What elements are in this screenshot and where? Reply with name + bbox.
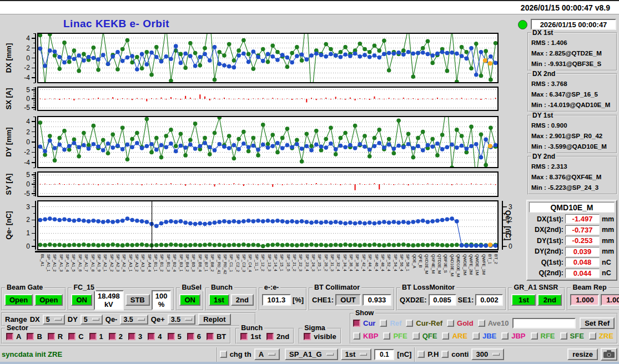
ee-ratio-label: e-:e- bbox=[263, 284, 280, 291]
svg-text:3: 3 bbox=[509, 203, 512, 211]
camera-icon bbox=[603, 350, 615, 358]
svg-text:SP_A1_8: SP_A1_8 bbox=[90, 254, 95, 272]
svg-text:SP_A1_2: SP_A1_2 bbox=[52, 254, 57, 272]
range-dy-label: DY bbox=[68, 315, 78, 323]
chg-th-value: A bbox=[259, 350, 264, 358]
checkbox-rfe[interactable]: RFE bbox=[531, 332, 555, 340]
svg-text:SP_14_4: SP_14_4 bbox=[273, 254, 278, 271]
checkbox-label: R bbox=[58, 332, 63, 341]
svg-text:SP_B3_1: SP_B3_1 bbox=[179, 254, 184, 272]
checkbox-bt[interactable]: BT bbox=[207, 332, 226, 341]
threshold-unit: [nC] bbox=[397, 350, 411, 358]
points-select[interactable]: 300 bbox=[471, 348, 504, 360]
checkbox-4[interactable]: 4 bbox=[148, 332, 162, 341]
svg-text:QWFE_1M: QWFE_1M bbox=[481, 254, 486, 275]
screenshot-button[interactable] bbox=[601, 348, 617, 361]
checkbox-1[interactable]: 1 bbox=[89, 332, 103, 341]
bunch-1st-button[interactable]: 1st bbox=[209, 294, 229, 306]
resize-button[interactable]: resize bbox=[567, 348, 598, 360]
svg-text:SP_31_3: SP_31_3 bbox=[330, 254, 335, 271]
checkbox-1st[interactable]: 1st bbox=[240, 332, 261, 341]
checkbox-r[interactable]: R bbox=[48, 332, 63, 341]
checkbox-zre[interactable]: ZRE bbox=[589, 332, 613, 340]
svg-text:SP_A1_6: SP_A1_6 bbox=[78, 254, 83, 272]
monitor-row-label: Q(1st): bbox=[529, 259, 563, 266]
threshold-input[interactable]: 0.1 bbox=[374, 349, 394, 360]
checkbox-6[interactable]: 6 bbox=[187, 332, 201, 341]
checkbox-ref[interactable]: Ref bbox=[380, 319, 401, 327]
checkbox-label: 1st bbox=[250, 332, 261, 341]
chg-th-select[interactable]: A bbox=[254, 348, 280, 360]
checkbox-a[interactable]: A bbox=[6, 332, 21, 341]
checkbox-ave10[interactable]: Ave10 bbox=[478, 319, 509, 327]
svg-text:SP_B1_2: SP_B1_2 bbox=[159, 254, 164, 272]
status-message: syncdata init ZRE bbox=[2, 350, 217, 358]
checkbox-cur-ref[interactable]: Cur-Ref bbox=[406, 319, 442, 327]
beam-rep-value-1: 1.000 bbox=[570, 294, 599, 306]
checkbox-cur[interactable]: Cur bbox=[353, 319, 375, 327]
gr-a1-1st-button[interactable]: 1st bbox=[511, 294, 536, 306]
svg-text:1: 1 bbox=[26, 229, 30, 237]
svg-text:SP_23_4: SP_23_4 bbox=[305, 254, 310, 271]
sx-y-axis-label: SX [A] bbox=[4, 88, 13, 110]
conti-checkbox[interactable]: conti bbox=[441, 350, 469, 358]
svg-text:-4: -4 bbox=[24, 74, 30, 82]
qxd2e-value: 0.085 bbox=[429, 294, 456, 306]
show-row1-checkboxes: CurRefCur-RefGoldAve10 bbox=[353, 319, 509, 327]
sp-select[interactable]: SP_A1_G bbox=[285, 348, 338, 360]
fc15-stb-button[interactable]: STB bbox=[125, 294, 150, 306]
checkbox-sfe[interactable]: SFE bbox=[560, 332, 584, 340]
range-dy-select[interactable]: 5 bbox=[80, 315, 103, 325]
checkbox-5[interactable]: 5 bbox=[168, 332, 182, 341]
busel-on-button[interactable]: ON bbox=[179, 294, 200, 306]
beam-gate-open-button-2[interactable]: Open bbox=[34, 294, 63, 306]
checkbox-gold[interactable]: Gold bbox=[447, 319, 474, 327]
checkbox-c[interactable]: C bbox=[68, 332, 83, 341]
checkbox-b[interactable]: B bbox=[27, 332, 42, 341]
svg-text:2: 2 bbox=[26, 44, 30, 52]
option-menu-indicator bbox=[54, 318, 62, 321]
range-qem-select[interactable]: 3.5 bbox=[120, 315, 148, 325]
gr-a1-2nd-button[interactable]: 2nd bbox=[537, 294, 562, 306]
range-dx-select[interactable]: 5 bbox=[43, 315, 65, 325]
checkbox-2nd[interactable]: 2nd bbox=[266, 332, 289, 341]
checkbox-label: JBE bbox=[482, 332, 496, 340]
checkbox-pfe[interactable]: PFE bbox=[383, 332, 407, 340]
qxd2e-label: QXD2E: bbox=[400, 296, 426, 304]
svg-text:SP_A3_1: SP_A3_1 bbox=[128, 254, 133, 272]
checkbox-2[interactable]: 2 bbox=[109, 332, 123, 341]
checkbox-kbp[interactable]: KBP bbox=[353, 332, 378, 340]
svg-text:SP_A1_9: SP_A1_9 bbox=[97, 254, 102, 272]
checkbox-jbp[interactable]: JBP bbox=[501, 332, 525, 340]
ph-checkbox[interactable]: P.H bbox=[417, 350, 439, 358]
svg-text:-2: -2 bbox=[24, 148, 30, 156]
checkbox-3[interactable]: 3 bbox=[128, 332, 142, 341]
svg-text:SP_A4_4: SP_A4_4 bbox=[147, 254, 152, 272]
set-ref-button[interactable]: Set Ref bbox=[580, 317, 615, 329]
checkbox-label: 4 bbox=[158, 332, 162, 341]
checkbox-qfe[interactable]: QFE bbox=[412, 332, 437, 340]
bunch-select[interactable]: 1st bbox=[341, 348, 372, 360]
stat-line: Max : 6.347@SP_16_5 bbox=[531, 89, 614, 100]
replot-button[interactable]: Replot bbox=[198, 314, 230, 325]
checkbox-label: SFE bbox=[570, 332, 584, 340]
checkbox-label: JBP bbox=[511, 332, 525, 340]
checkbox-visible[interactable]: visible bbox=[304, 332, 336, 341]
statusbar-text-input[interactable] bbox=[507, 349, 562, 360]
monitor-row: Q(2nd): 0.044 nC bbox=[529, 268, 615, 279]
chg-th-checkbox[interactable]: chg th bbox=[220, 350, 251, 358]
beam-rep-group: Beam Rep 1.000 1.000 [Hz] 100.000 [%] bbox=[567, 287, 619, 311]
svg-text:SP_38_4: SP_38_4 bbox=[355, 254, 360, 271]
bt-collimator-group: BT Collimator CHE1: OUT 0.933 bbox=[309, 287, 395, 311]
option-menu-indicator bbox=[326, 353, 334, 356]
fc15-on-button[interactable]: ON bbox=[71, 294, 92, 306]
ref-name-input[interactable] bbox=[512, 318, 576, 328]
checkbox-box bbox=[68, 333, 76, 340]
range-qep-select[interactable]: 3.5 bbox=[168, 315, 195, 325]
checkbox-jbe[interactable]: JBE bbox=[472, 332, 496, 340]
checkbox-are[interactable]: ARE bbox=[442, 332, 467, 340]
range-dx-value: 5 bbox=[46, 316, 50, 323]
checkbox-label: KBP bbox=[363, 332, 378, 340]
bunch-2nd-button[interactable]: 2nd bbox=[231, 294, 254, 306]
beam-gate-open-button-1[interactable]: Open bbox=[4, 294, 33, 306]
